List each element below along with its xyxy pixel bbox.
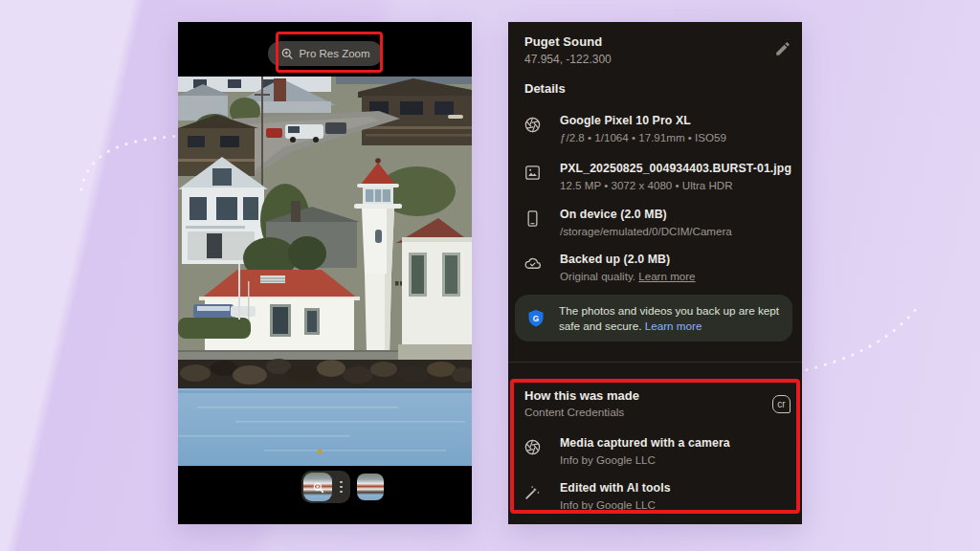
camera-bottom-bar <box>178 466 472 524</box>
location-header: Puget Sound 47.954, -122.300 <box>524 34 612 66</box>
pro-res-zoom-label: Pro Res Zoom <box>299 48 369 59</box>
cloud-done-icon <box>523 254 542 273</box>
backup-info-card: G The photos and videos you back up are … <box>515 295 792 342</box>
ai-edited-title: Edited with AI tools <box>560 481 671 496</box>
google-one-shield-icon: G <box>527 309 545 328</box>
content-credentials-icon[interactable]: cr <box>772 395 791 413</box>
location-coordinates: 47.954, -122.300 <box>524 53 612 66</box>
viewfinder-photo-lighthouse <box>178 77 472 466</box>
captured-title: Media captured with a camera <box>560 436 730 451</box>
provenance-row-ai-edited: Edited with AI tools Info by Google LLC <box>523 481 794 512</box>
pro-res-zoom-button[interactable]: Pro Res Zoom <box>267 41 382 66</box>
backup-quality: Original quality. Learn more <box>560 269 696 283</box>
location-title: Puget Sound <box>524 34 612 49</box>
captured-info-by: Info by Google LLC <box>560 452 730 467</box>
learn-more-link[interactable]: Learn more <box>638 270 695 282</box>
background-dotted-curves <box>0 0 980 551</box>
svg-text:G: G <box>533 314 539 322</box>
device-storage-path: /storage/emulated/0/DCIM/Camera <box>560 224 732 238</box>
zoom-sparkle-icon <box>303 473 332 501</box>
zoom-sparkle-icon <box>279 47 293 60</box>
detail-row-camera: Google Pixel 10 Pro XL ƒ/2.8 • 1/1064 • … <box>523 114 794 144</box>
file-name: PXL_20250825_004934403.BURST-01.jpg <box>560 162 791 176</box>
capture-thumbnails <box>301 471 384 503</box>
aperture-icon <box>523 438 542 456</box>
pencil-icon[interactable] <box>774 40 791 57</box>
three-dot-menu-icon[interactable] <box>340 481 343 494</box>
thumbnail-alternate[interactable] <box>357 474 384 500</box>
camera-model: Google Pixel 10 Pro XL <box>560 114 726 128</box>
provenance-title: How this was made <box>524 388 639 403</box>
camera-exif: ƒ/2.8 • 1/1064 • 17.91mm • ISO59 <box>560 130 726 144</box>
provenance-row-captured: Media captured with a camera Info by Goo… <box>523 436 794 467</box>
camera-top-bar: Pro Res Zoom <box>178 22 472 77</box>
aperture-icon <box>523 116 542 134</box>
details-section-header: Details <box>524 81 566 96</box>
section-divider <box>508 362 802 363</box>
provenance-subtitle: Content Credentials <box>524 406 624 419</box>
detail-row-device: On device (2.0 MB) /storage/emulated/0/D… <box>523 208 794 238</box>
learn-more-link-blue[interactable]: Learn more <box>645 320 702 332</box>
backup-card-text: The photos and videos you back up are ke… <box>559 303 780 334</box>
thumbnail-image <box>303 473 332 501</box>
image-icon <box>523 164 542 182</box>
ai-edited-info-by: Info by Google LLC <box>560 497 671 512</box>
camera-screenshot: Pro Res Zoom <box>178 22 472 524</box>
photo-details-screenshot: Puget Sound 47.954, -122.300 Details Goo… <box>508 22 802 524</box>
backup-title: Backed up (2.0 MB) <box>560 253 696 267</box>
detail-row-file: PXL_20250825_004934403.BURST-01.jpg 12.5… <box>523 162 794 192</box>
thumbnail-selected[interactable] <box>301 471 350 503</box>
device-storage-title: On device (2.0 MB) <box>560 208 732 222</box>
wand-icon <box>523 483 542 501</box>
phone-icon <box>523 209 542 228</box>
file-specs: 12.5 MP • 3072 x 4080 • Ultra HDR <box>560 178 791 192</box>
detail-row-backup: Backed up (2.0 MB) Original quality. Lea… <box>523 253 794 283</box>
